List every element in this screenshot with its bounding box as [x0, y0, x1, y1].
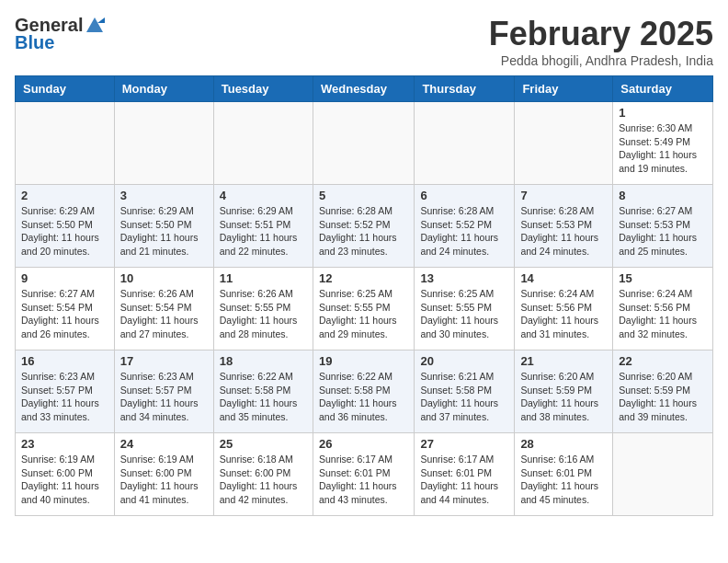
table-row — [415, 102, 515, 185]
header-thursday: Thursday — [415, 76, 515, 102]
table-row: 9Sunrise: 6:27 AM Sunset: 5:54 PM Daylig… — [16, 268, 115, 350]
day-number: 27 — [420, 437, 508, 451]
day-info: Sunrise: 6:18 AM Sunset: 6:00 PM Dayligh… — [220, 453, 307, 507]
day-info: Sunrise: 6:26 AM Sunset: 5:55 PM Dayligh… — [220, 287, 307, 341]
table-row: 21Sunrise: 6:20 AM Sunset: 5:59 PM Dayli… — [515, 350, 613, 433]
day-info: Sunrise: 6:20 AM Sunset: 5:59 PM Dayligh… — [619, 370, 707, 424]
page-header: General Blue February 2025 Pedda bhogili… — [15, 15, 713, 68]
day-number: 16 — [21, 354, 108, 368]
day-number: 3 — [120, 189, 208, 202]
header-wednesday: Wednesday — [313, 76, 414, 102]
table-row — [313, 102, 414, 185]
calendar-week-row: 2Sunrise: 6:29 AM Sunset: 5:50 PM Daylig… — [16, 185, 713, 268]
day-number: 14 — [520, 271, 607, 285]
day-info: Sunrise: 6:20 AM Sunset: 5:59 PM Dayligh… — [520, 370, 607, 424]
table-row: 16Sunrise: 6:23 AM Sunset: 5:57 PM Dayli… — [16, 350, 115, 433]
day-info: Sunrise: 6:17 AM Sunset: 6:01 PM Dayligh… — [420, 453, 508, 507]
svg-marker-1 — [97, 17, 105, 23]
day-info: Sunrise: 6:29 AM Sunset: 5:50 PM Dayligh… — [120, 204, 208, 259]
logo: General Blue — [15, 15, 105, 53]
table-row: 7Sunrise: 6:28 AM Sunset: 5:53 PM Daylig… — [515, 185, 613, 268]
table-row: 12Sunrise: 6:25 AM Sunset: 5:55 PM Dayli… — [313, 268, 414, 350]
day-info: Sunrise: 6:17 AM Sunset: 6:01 PM Dayligh… — [319, 453, 408, 507]
day-number: 6 — [420, 189, 508, 202]
table-row: 26Sunrise: 6:17 AM Sunset: 6:01 PM Dayli… — [313, 433, 414, 516]
day-info: Sunrise: 6:26 AM Sunset: 5:54 PM Dayligh… — [120, 287, 208, 341]
header-friday: Friday — [515, 76, 613, 102]
calendar-subtitle: Pedda bhogili, Andhra Pradesh, India — [489, 53, 713, 68]
day-info: Sunrise: 6:23 AM Sunset: 5:57 PM Dayligh… — [120, 370, 208, 424]
logo-blue: Blue — [15, 32, 54, 53]
table-row: 15Sunrise: 6:24 AM Sunset: 5:56 PM Dayli… — [613, 268, 713, 350]
table-row: 4Sunrise: 6:29 AM Sunset: 5:51 PM Daylig… — [213, 185, 313, 268]
table-row: 24Sunrise: 6:19 AM Sunset: 6:00 PM Dayli… — [114, 433, 213, 516]
day-number: 26 — [319, 437, 408, 451]
day-info: Sunrise: 6:22 AM Sunset: 5:58 PM Dayligh… — [319, 370, 408, 424]
table-row: 25Sunrise: 6:18 AM Sunset: 6:00 PM Dayli… — [213, 433, 313, 516]
day-number: 18 — [220, 354, 307, 368]
table-row: 23Sunrise: 6:19 AM Sunset: 6:00 PM Dayli… — [16, 433, 115, 516]
table-row: 8Sunrise: 6:27 AM Sunset: 5:53 PM Daylig… — [613, 185, 713, 268]
day-number: 25 — [220, 437, 307, 451]
table-row — [16, 102, 115, 185]
calendar-week-row: 23Sunrise: 6:19 AM Sunset: 6:00 PM Dayli… — [16, 433, 713, 516]
day-info: Sunrise: 6:19 AM Sunset: 6:00 PM Dayligh… — [21, 453, 108, 507]
day-number: 5 — [319, 189, 408, 202]
table-row: 2Sunrise: 6:29 AM Sunset: 5:50 PM Daylig… — [16, 185, 115, 268]
title-block: February 2025 Pedda bhogili, Andhra Prad… — [489, 15, 713, 68]
day-info: Sunrise: 6:21 AM Sunset: 5:58 PM Dayligh… — [420, 370, 508, 424]
day-info: Sunrise: 6:16 AM Sunset: 6:01 PM Dayligh… — [520, 453, 607, 507]
calendar-week-row: 16Sunrise: 6:23 AM Sunset: 5:57 PM Dayli… — [16, 350, 713, 433]
table-row: 28Sunrise: 6:16 AM Sunset: 6:01 PM Dayli… — [515, 433, 613, 516]
table-row: 1Sunrise: 6:30 AM Sunset: 5:49 PM Daylig… — [613, 102, 713, 185]
day-info: Sunrise: 6:30 AM Sunset: 5:49 PM Dayligh… — [619, 121, 707, 176]
day-info: Sunrise: 6:24 AM Sunset: 5:56 PM Dayligh… — [619, 287, 707, 341]
header-sunday: Sunday — [16, 76, 115, 102]
table-row: 17Sunrise: 6:23 AM Sunset: 5:57 PM Dayli… — [114, 350, 213, 433]
table-row: 20Sunrise: 6:21 AM Sunset: 5:58 PM Dayli… — [415, 350, 515, 433]
table-row: 19Sunrise: 6:22 AM Sunset: 5:58 PM Dayli… — [313, 350, 414, 433]
day-number: 11 — [220, 271, 307, 285]
table-row: 18Sunrise: 6:22 AM Sunset: 5:58 PM Dayli… — [213, 350, 313, 433]
svg-marker-0 — [86, 17, 103, 32]
day-number: 15 — [619, 271, 707, 285]
table-row — [613, 433, 713, 516]
day-info: Sunrise: 6:29 AM Sunset: 5:51 PM Dayligh… — [220, 204, 307, 259]
table-row: 6Sunrise: 6:28 AM Sunset: 5:52 PM Daylig… — [415, 185, 515, 268]
day-number: 20 — [420, 354, 508, 368]
table-row: 11Sunrise: 6:26 AM Sunset: 5:55 PM Dayli… — [213, 268, 313, 350]
table-row: 13Sunrise: 6:25 AM Sunset: 5:55 PM Dayli… — [415, 268, 515, 350]
calendar-title: February 2025 — [489, 15, 713, 53]
header-saturday: Saturday — [613, 76, 713, 102]
day-info: Sunrise: 6:27 AM Sunset: 5:54 PM Dayligh… — [21, 287, 108, 341]
table-row: 14Sunrise: 6:24 AM Sunset: 5:56 PM Dayli… — [515, 268, 613, 350]
day-number: 17 — [120, 354, 208, 368]
day-number: 8 — [619, 189, 707, 202]
day-number: 4 — [220, 189, 307, 202]
logo-icon — [85, 16, 105, 36]
day-number: 24 — [120, 437, 208, 451]
day-number: 22 — [619, 354, 707, 368]
header-monday: Monday — [114, 76, 213, 102]
day-number: 12 — [319, 271, 408, 285]
day-number: 23 — [21, 437, 108, 451]
table-row: 5Sunrise: 6:28 AM Sunset: 5:52 PM Daylig… — [313, 185, 414, 268]
table-row — [213, 102, 313, 185]
day-info: Sunrise: 6:25 AM Sunset: 5:55 PM Dayligh… — [420, 287, 508, 341]
day-info: Sunrise: 6:22 AM Sunset: 5:58 PM Dayligh… — [220, 370, 307, 424]
day-info: Sunrise: 6:24 AM Sunset: 5:56 PM Dayligh… — [520, 287, 607, 341]
day-number: 21 — [520, 354, 607, 368]
day-number: 10 — [120, 271, 208, 285]
table-row: 22Sunrise: 6:20 AM Sunset: 5:59 PM Dayli… — [613, 350, 713, 433]
table-row: 3Sunrise: 6:29 AM Sunset: 5:50 PM Daylig… — [114, 185, 213, 268]
calendar-week-row: 1Sunrise: 6:30 AM Sunset: 5:49 PM Daylig… — [16, 102, 713, 185]
day-number: 7 — [520, 189, 607, 202]
calendar-header-row: Sunday Monday Tuesday Wednesday Thursday… — [16, 76, 713, 102]
table-row — [114, 102, 213, 185]
day-info: Sunrise: 6:28 AM Sunset: 5:52 PM Dayligh… — [319, 204, 408, 259]
day-info: Sunrise: 6:27 AM Sunset: 5:53 PM Dayligh… — [619, 204, 707, 259]
calendar-table: Sunday Monday Tuesday Wednesday Thursday… — [15, 75, 713, 516]
day-info: Sunrise: 6:19 AM Sunset: 6:00 PM Dayligh… — [120, 453, 208, 507]
day-info: Sunrise: 6:25 AM Sunset: 5:55 PM Dayligh… — [319, 287, 408, 341]
day-number: 28 — [520, 437, 607, 451]
